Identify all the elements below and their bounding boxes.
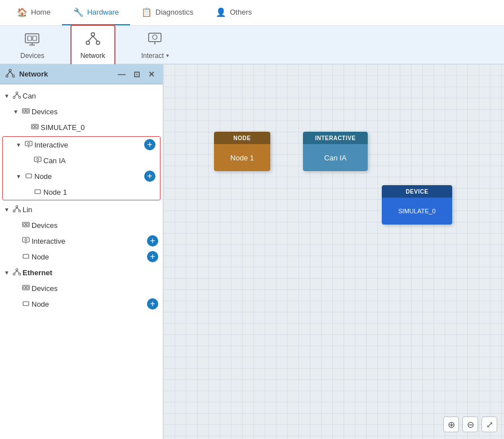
network-panel-icon xyxy=(6,69,15,79)
ethernet-root[interactable]: ▼ Ethernet xyxy=(0,265,163,280)
diagram-node1[interactable]: NODE Node 1 xyxy=(214,132,270,171)
can-devices-label: Devices xyxy=(32,107,158,116)
zoom-in-button[interactable]: ⊕ xyxy=(443,416,459,432)
lin-interactive[interactable]: ▶ Interactive + xyxy=(0,233,163,249)
can-interactive[interactable]: ▼ Interactive + xyxy=(3,137,160,153)
zoom-out-button[interactable]: ⊖ xyxy=(462,416,478,432)
can-ia-item[interactable]: Can IA xyxy=(3,153,160,168)
interact-dropdown-icon: ▾ xyxy=(166,52,169,59)
diagram-interactive[interactable]: INTERACTIVE Can IA xyxy=(303,132,368,171)
tab-hardware[interactable]: 🔧 Hardware xyxy=(62,0,130,25)
node1-icon xyxy=(32,187,43,197)
svg-point-49 xyxy=(16,268,18,271)
svg-point-14 xyxy=(6,75,8,77)
panel-title: Network xyxy=(19,70,48,78)
lin-interactive-label: Interactive xyxy=(32,237,147,245)
svg-point-15 xyxy=(12,75,15,77)
svg-rect-28 xyxy=(35,126,38,128)
svg-line-40 xyxy=(15,208,17,210)
svg-rect-36 xyxy=(35,190,41,194)
close-button[interactable]: ✕ xyxy=(146,69,157,79)
svg-rect-27 xyxy=(33,126,35,128)
node1-label: Node 1 xyxy=(43,188,155,196)
eth-node-add-btn[interactable]: + xyxy=(147,298,158,310)
lin-node[interactable]: ▶ Node + xyxy=(0,249,163,265)
svg-rect-29 xyxy=(25,141,32,146)
toolbar: Devices Network Interact ▾ xyxy=(0,26,504,64)
svg-rect-56 xyxy=(26,286,29,289)
lin-arrow: ▼ xyxy=(2,207,11,213)
svg-point-46 xyxy=(25,239,27,241)
ethernet-label: Ethernet xyxy=(23,268,158,277)
can-label: Can xyxy=(23,92,158,100)
tab-hardware-label: Hardware xyxy=(87,8,119,16)
svg-line-21 xyxy=(15,94,17,96)
node1-item[interactable]: Node 1 xyxy=(3,184,160,200)
svg-point-30 xyxy=(28,142,30,145)
minimize-button[interactable]: — xyxy=(115,69,128,79)
can-node-arrow: ▼ xyxy=(14,173,23,180)
can-interactive-label: Interactive xyxy=(34,141,144,149)
can-interactive-add-btn[interactable]: + xyxy=(144,139,155,150)
can-node[interactable]: ▼ Node + xyxy=(3,168,160,184)
lin-interactive-add-btn[interactable]: + xyxy=(147,235,158,247)
svg-line-9 xyxy=(93,36,97,41)
svg-point-11 xyxy=(153,35,157,39)
panel-header: Network — ⊡ ✕ xyxy=(0,64,163,84)
svg-rect-48 xyxy=(23,254,29,258)
svg-point-7 xyxy=(96,41,100,44)
svg-point-18 xyxy=(16,92,18,94)
tab-diagnostics[interactable]: 📋 Diagnostics xyxy=(130,0,204,25)
can-devices[interactable]: ▼ Devices xyxy=(0,104,163,119)
lin-section: ▼ Lin ▶ xyxy=(0,201,163,265)
svg-rect-2 xyxy=(33,36,37,41)
network-toolbar-icon xyxy=(85,30,101,50)
eth-node-icon xyxy=(20,299,32,309)
svg-line-53 xyxy=(17,271,19,273)
lin-node-add-btn[interactable]: + xyxy=(147,251,158,262)
svg-line-22 xyxy=(17,94,19,96)
ethernet-devices[interactable]: ▶ Devices xyxy=(0,280,163,296)
svg-line-52 xyxy=(15,271,17,273)
svg-rect-55 xyxy=(24,286,26,289)
svg-point-5 xyxy=(91,33,95,36)
fit-screen-button[interactable]: ⤢ xyxy=(481,416,497,432)
simulate0-item[interactable]: SIMULATE_0 xyxy=(0,119,163,135)
can-root[interactable]: ▼ Can xyxy=(0,88,163,104)
tab-others[interactable]: 👤 Others xyxy=(204,0,263,25)
can-node-add-btn[interactable]: + xyxy=(144,171,155,182)
svg-point-33 xyxy=(37,158,39,160)
svg-line-41 xyxy=(17,208,19,210)
svg-line-8 xyxy=(88,36,93,41)
toolbar-interact[interactable]: Interact ▾ xyxy=(132,26,178,64)
can-ia-icon xyxy=(32,156,43,165)
diagram-simulate0[interactable]: DEVICE SIMULATE_0 xyxy=(382,185,452,225)
zoom-in-icon: ⊕ xyxy=(448,419,455,430)
maximize-button[interactable]: ⊡ xyxy=(131,69,142,79)
hardware-icon: 🔧 xyxy=(73,7,84,17)
canvas-background xyxy=(163,64,504,439)
eth-devices-label: Devices xyxy=(32,284,158,293)
simulate0-icon xyxy=(29,123,41,132)
toolbar-devices[interactable]: Devices xyxy=(11,26,53,64)
canvas-area[interactable]: NODE Node 1 INTERACTIVE Can IA DEVICE SI… xyxy=(163,64,504,439)
svg-point-20 xyxy=(19,96,21,98)
tab-home[interactable]: 🏠 Home xyxy=(6,0,62,25)
svg-point-39 xyxy=(19,210,21,212)
tab-home-label: Home xyxy=(31,8,51,16)
lin-devices-icon xyxy=(20,221,32,230)
others-icon: 👤 xyxy=(216,7,226,17)
toolbar-devices-label: Devices xyxy=(20,52,44,60)
toolbar-network[interactable]: Network xyxy=(70,25,115,65)
canvas-controls: ⊕ ⊖ ⤢ xyxy=(443,416,497,432)
simulate0-header: DEVICE xyxy=(382,185,452,198)
can-arrow: ▼ xyxy=(2,93,11,99)
ethernet-node[interactable]: ▶ Node + xyxy=(0,296,163,312)
home-icon: 🏠 xyxy=(17,7,28,17)
fit-screen-icon: ⤢ xyxy=(486,419,493,430)
lin-devices[interactable]: ▶ Devices xyxy=(0,217,163,233)
lin-root[interactable]: ▼ Lin xyxy=(0,201,163,217)
tree-container: ▼ Can ▼ xyxy=(0,84,163,439)
ethernet-section: ▼ Ethernet ▶ xyxy=(0,265,163,312)
interactive-icon xyxy=(23,140,34,150)
